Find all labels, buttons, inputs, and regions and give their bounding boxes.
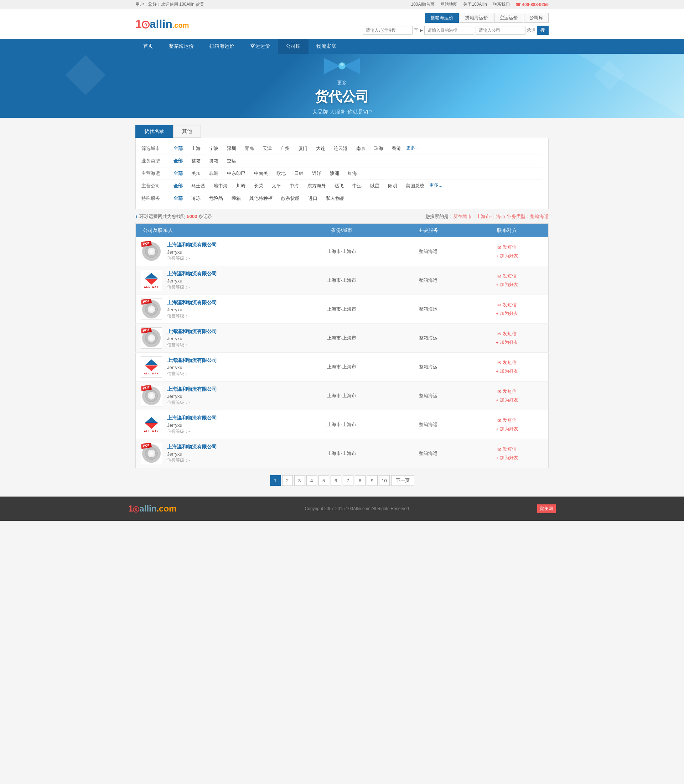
filter-city-ningbo[interactable]: 宁波 <box>206 145 222 152</box>
company-name[interactable]: 上海瀛和物流有限公司 <box>167 357 287 364</box>
filter-sp-personal[interactable]: 私人物品 <box>323 195 348 202</box>
filter-sp-all[interactable]: 全部 <box>170 195 186 202</box>
page-8[interactable]: 8 <box>355 475 366 486</box>
filter-city-nanjing[interactable]: 南京 <box>353 145 369 152</box>
filter-biz-lcl[interactable]: 拼箱 <box>206 157 222 165</box>
filter-city-guangzhou[interactable]: 广州 <box>277 145 293 152</box>
add-friend-btn[interactable]: + 加为好友 <box>471 426 543 432</box>
search-button[interactable]: 搜 <box>537 26 548 35</box>
page-1[interactable]: 1 <box>270 475 281 486</box>
filter-city-dalian[interactable]: 大连 <box>313 145 329 152</box>
filter-city-all[interactable]: 全部 <box>170 145 186 152</box>
header-tab-lcl[interactable]: 拼箱海运价 <box>460 13 494 23</box>
company-input[interactable] <box>476 26 526 35</box>
filter-route-eu[interactable]: 欧地 <box>273 169 289 177</box>
company-name[interactable]: 上海瀛和物流有限公司 <box>167 386 287 392</box>
filter-co-all[interactable]: 全部 <box>170 182 186 190</box>
filter-city-xiamen[interactable]: 厦门 <box>295 145 311 152</box>
page-9[interactable]: 9 <box>367 475 377 486</box>
filter-co-yangming[interactable]: 阳明 <box>384 182 401 190</box>
nav-logistics[interactable]: 物流案底 <box>308 39 344 54</box>
filter-sp-bulk[interactable]: 散杂货船 <box>277 195 303 202</box>
send-message-btn[interactable]: ✉ 发短信 <box>471 446 543 452</box>
from-port-input[interactable] <box>363 26 413 35</box>
link-sitemap[interactable]: 网站地图 <box>440 2 457 8</box>
filter-city-more[interactable]: 更多... <box>406 145 419 152</box>
filter-sp-other[interactable]: 其他特种柜 <box>246 195 276 202</box>
filter-route-near[interactable]: 近洋 <box>308 169 325 177</box>
filter-sp-cold[interactable]: 冷冻 <box>188 195 204 202</box>
filter-company-more[interactable]: 更多... <box>429 182 442 190</box>
link-about[interactable]: 关于100Allin <box>463 2 487 8</box>
filter-co-sinotrans[interactable]: 中海 <box>286 182 302 190</box>
add-friend-btn[interactable]: + 加为好友 <box>471 339 543 345</box>
filter-co-kawasaki[interactable]: 川崎 <box>232 182 249 190</box>
company-name[interactable]: 上海瀛和物流有限公司 <box>167 444 287 450</box>
nav-lcl[interactable]: 拼箱海运价 <box>202 39 242 54</box>
filter-route-redsea[interactable]: 红海 <box>344 169 361 177</box>
add-friend-btn[interactable]: + 加为好友 <box>471 310 543 317</box>
filter-route-usca[interactable]: 美加 <box>188 169 204 177</box>
company-name[interactable]: 上海瀛和物流有限公司 <box>167 328 287 335</box>
nav-home[interactable]: 首页 <box>136 39 161 54</box>
filter-route-jpkr[interactable]: 日韩 <box>291 169 307 177</box>
filter-route-africa[interactable]: 非洲 <box>206 169 222 177</box>
header-tab-fcl[interactable]: 整箱海运价 <box>425 13 459 23</box>
filter-city-qingdao[interactable]: 青岛 <box>241 145 258 152</box>
filter-route-latam[interactable]: 中南美 <box>250 169 271 177</box>
page-5[interactable]: 5 <box>318 475 329 486</box>
dest-port-input[interactable] <box>424 26 474 35</box>
page-4[interactable]: 4 <box>307 475 317 486</box>
company-name[interactable]: 上海瀛和物流有限公司 <box>167 271 287 277</box>
add-friend-btn[interactable]: + 加为好友 <box>471 368 543 374</box>
add-friend-btn[interactable]: + 加为好友 <box>471 253 543 259</box>
filter-co-zim[interactable]: 以星 <box>366 182 383 190</box>
nav-company[interactable]: 公司库 <box>278 39 308 54</box>
page-10[interactable]: 10 <box>379 475 390 486</box>
company-name[interactable]: 上海瀛和物流有限公司 <box>167 300 287 306</box>
filter-sp-import[interactable]: 进口 <box>305 195 321 202</box>
page-next[interactable]: 下一页 <box>391 475 414 486</box>
filter-route-all[interactable]: 全部 <box>170 169 186 177</box>
header-tab-air[interactable]: 空运运价 <box>494 13 523 23</box>
filter-sp-wrap[interactable]: 缠箱 <box>228 195 244 202</box>
filter-city-hongkong[interactable]: 香港 <box>388 145 405 152</box>
link-homepage[interactable]: 100Allin首页 <box>411 2 435 8</box>
filter-co-apl[interactable]: 美国总统 <box>402 182 428 190</box>
filter-biz-fcl[interactable]: 整箱 <box>188 157 204 165</box>
filter-co-msc[interactable]: 地中海 <box>210 182 231 190</box>
tab-forwarder[interactable]: 货代名录 <box>136 125 173 138</box>
page-6[interactable]: 6 <box>331 475 341 486</box>
send-message-btn[interactable]: ✉ 发短信 <box>471 331 543 337</box>
nav-fcl[interactable]: 整箱海运价 <box>161 39 202 54</box>
link-contact[interactable]: 联系我们 <box>493 2 510 8</box>
filter-route-aus[interactable]: 澳洲 <box>326 169 343 177</box>
send-message-btn[interactable]: ✉ 发短信 <box>471 388 543 395</box>
logo[interactable]: 10allin.com <box>136 18 189 31</box>
company-name[interactable]: 上海瀛和物流有限公司 <box>167 242 287 248</box>
page-3[interactable]: 3 <box>294 475 305 486</box>
send-message-btn[interactable]: ✉ 发短信 <box>471 273 543 279</box>
add-friend-btn[interactable]: + 加为好友 <box>471 397 543 403</box>
page-2[interactable]: 2 <box>282 475 293 486</box>
filter-co-taiping[interactable]: 太平 <box>268 182 285 190</box>
send-message-btn[interactable]: ✉ 发短信 <box>471 360 543 366</box>
filter-co-evergreen[interactable]: 长荣 <box>250 182 267 190</box>
filter-biz-air[interactable]: 空运 <box>223 157 240 165</box>
send-message-btn[interactable]: ✉ 发短信 <box>471 417 543 424</box>
send-message-btn[interactable]: ✉ 发短信 <box>471 244 543 250</box>
filter-city-shenzhen[interactable]: 深圳 <box>223 145 240 152</box>
filter-co-cma[interactable]: 达飞 <box>331 182 347 190</box>
add-friend-btn[interactable]: + 加为好友 <box>471 455 543 461</box>
filter-sp-danger[interactable]: 危险品 <box>206 195 227 202</box>
send-message-btn[interactable]: ✉ 发短信 <box>471 302 543 308</box>
filter-biz-all[interactable]: 全部 <box>170 157 186 165</box>
filter-co-oocl[interactable]: 东方海外 <box>304 182 329 190</box>
filter-city-zhuhai[interactable]: 珠海 <box>371 145 387 152</box>
header-tab-company[interactable]: 公司库 <box>524 13 548 23</box>
filter-route-me[interactable]: 中东印巴 <box>223 169 249 177</box>
nav-air[interactable]: 空运运价 <box>242 39 278 54</box>
company-name[interactable]: 上海瀛和物流有限公司 <box>167 415 287 421</box>
filter-co-maersk[interactable]: 马士基 <box>188 182 209 190</box>
add-friend-btn[interactable]: + 加为好友 <box>471 281 543 288</box>
